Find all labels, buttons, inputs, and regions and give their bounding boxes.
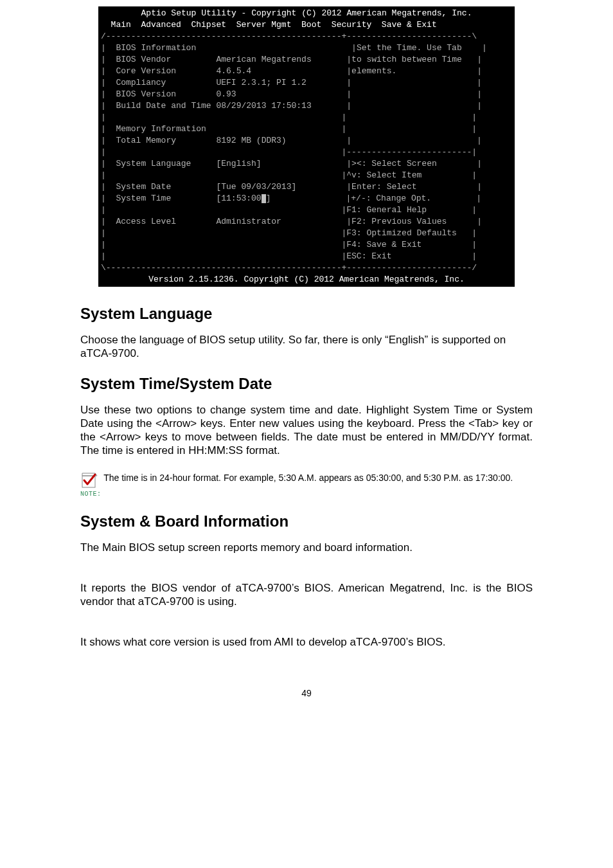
bios-row: | Memory Information | | [101, 123, 512, 135]
bios-core-value: 4.6.5.4 [216, 66, 251, 76]
bios-key-hint: ESC: Exit [346, 251, 391, 261]
bios-row: | |^v: Select Item | [101, 170, 512, 181]
note-text: The time is in 24-hour format. For examp… [102, 473, 513, 483]
bios-time-label: System Time [116, 194, 171, 203]
bios-row: | Access Level Administrator |F2: Previo… [101, 216, 512, 228]
note-label: NOTE: [80, 490, 102, 498]
bios-divider-top: /---------------------------------------… [101, 31, 512, 42]
note-block: NOTE: The time is in 24-hour format. For… [80, 472, 533, 498]
bios-row: | |F4: Save & Exit | [101, 239, 512, 251]
bios-row: | |F3: Optimized Defaults | [101, 228, 512, 239]
bios-row: | System Language [English] |><: Select … [101, 158, 512, 170]
bios-row: | System Time [11:53:00] |+/-: Change Op… [101, 193, 512, 204]
bios-info-section: BIOS Information [116, 43, 196, 53]
heading-system-language: System Language [80, 305, 533, 323]
paragraph-board-2: It reports the BIOS vendor of aTCA-9700’… [80, 581, 533, 609]
bios-row: | Compliancy UEFI 2.3.1; PI 1.2 | | [101, 77, 512, 89]
bios-vendor-value: American Megatrends [216, 55, 311, 64]
bios-help-line: elements. [351, 66, 396, 76]
paragraph-system-language: Choose the language of BIOS setup utilit… [80, 333, 533, 361]
bios-date-label: System Date [116, 182, 171, 192]
bios-core-label: Core Version [116, 66, 176, 76]
bios-help-line: to switch between Time [351, 55, 462, 64]
paragraph-system-time-date: Use these two options to change system t… [80, 403, 533, 458]
page-number: 49 [80, 688, 533, 698]
bios-title: Aptio Setup Utility - Copyright (C) 2012… [101, 8, 512, 19]
bios-vendor-label: BIOS Vendor [116, 55, 171, 64]
bios-key-hint: ^v: Select Item [346, 170, 422, 180]
heading-system-board-info: System & Board Information [80, 512, 533, 530]
bios-menubar: Main Advanced Chipset Server Mgmt Boot S… [101, 19, 512, 31]
bios-compliancy-value: UEFI 2.3.1; PI 1.2 [216, 78, 306, 87]
bios-row: | Total Memory 8192 MB (DDR3) | | [101, 135, 512, 147]
bios-date-value: [Tue 09/03/2013] [216, 182, 296, 192]
heading-system-time-date: System Time/System Date [80, 375, 533, 393]
bios-key-hint: F2: Previous Values [351, 217, 447, 226]
bios-time-value: [11:53:00 [216, 194, 261, 203]
bios-row: | Build Date and Time 08/29/2013 17:50:1… [101, 100, 512, 112]
bios-key-hint: F4: Save & Exit [346, 240, 422, 249]
note-checkmark-icon [80, 472, 98, 491]
bios-row: | |F1: General Help | [101, 204, 512, 216]
document-page: Aptio Setup Utility - Copyright (C) 2012… [0, 0, 613, 868]
bios-version-value: 0.93 [216, 89, 236, 99]
bios-help-line: Set the Time. Use Tab [357, 43, 462, 53]
bios-build-value: 08/29/2013 17:50:13 [216, 101, 311, 111]
bios-lang-label: System Language [116, 159, 191, 168]
bios-lang-value: [English] [216, 159, 261, 168]
bios-row: | BIOS Information |Set the Time. Use Ta… [101, 42, 512, 54]
bios-screenshot: Aptio Setup Utility - Copyright (C) 2012… [98, 6, 515, 287]
bios-divider-bottom: \---------------------------------------… [101, 262, 512, 274]
bios-footer: Version 2.15.1236. Copyright (C) 2012 Am… [101, 274, 512, 285]
bios-access-label: Access Level [116, 217, 176, 226]
bios-key-hint: F3: Optimized Defaults [346, 228, 457, 238]
bios-row: | BIOS Vendor American Megatrends |to sw… [101, 54, 512, 66]
bios-access-value: Administrator [216, 217, 281, 226]
bios-compliancy-label: Compliancy [116, 78, 166, 87]
bios-cursor [262, 194, 266, 203]
bios-memory-section: Memory Information [116, 124, 206, 134]
bios-row: | Core Version 4.6.5.4 |elements. | [101, 66, 512, 77]
bios-totalmem-value: 8192 MB (DDR3) [216, 136, 286, 145]
bios-version-label: BIOS Version [116, 89, 176, 99]
paragraph-board-3: It shows what core version is used from … [80, 635, 533, 649]
bios-key-hint: Enter: Select [351, 182, 416, 192]
bios-build-label: Build Date and Time [116, 101, 211, 111]
bios-row: | | | [101, 112, 512, 123]
bios-time-close: ] [266, 194, 271, 203]
bios-row: | |-------------------------| [101, 147, 512, 158]
bios-row: | System Date [Tue 09/03/2013] |Enter: S… [101, 181, 512, 193]
bios-row: | |ESC: Exit | [101, 251, 512, 262]
bios-key-hint: ><: Select Screen [351, 159, 437, 168]
bios-key-hint: F1: General Help [346, 205, 427, 215]
bios-totalmem-label: Total Memory [116, 136, 176, 145]
paragraph-board-1: The Main BIOS setup screen reports memor… [80, 541, 533, 554]
bios-row: | BIOS Version 0.93 | | [101, 89, 512, 100]
bios-key-hint: +/-: Change Opt. [351, 194, 431, 203]
